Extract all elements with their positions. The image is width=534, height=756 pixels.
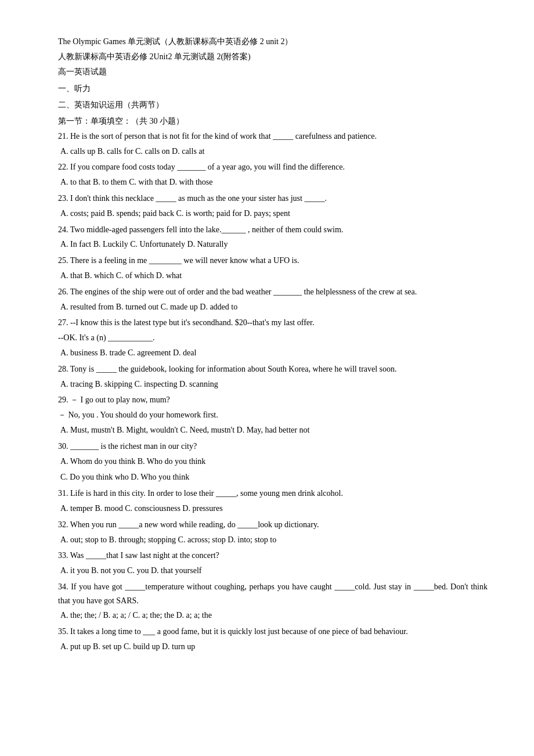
options-25: A. that B. which C. of which D. what <box>58 269 488 283</box>
options-24: A. In fact B. Luckily C. Unfortunately D… <box>58 237 488 251</box>
options-29: A. Must, mustn't B. Might, wouldn't C. N… <box>58 423 488 437</box>
options-28: A. tracing B. skipping C. inspecting D. … <box>58 377 488 391</box>
title-section: The Olympic Games 单元测试（人教新课标高中英语必修 2 uni… <box>58 35 488 78</box>
question-text-29: 29. － I go out to play now, mum? <box>58 393 488 407</box>
question-text-25: 25. There is a feeling in me ________ we… <box>58 254 488 268</box>
options-30-line1: C. Do you think who D. Who you think <box>58 470 488 484</box>
options-27: A. business B. trade C. agreement D. dea… <box>58 346 488 360</box>
title-line-1: The Olympic Games 单元测试（人教新课标高中英语必修 2 uni… <box>58 35 488 49</box>
options-26: A. resulted from B. turned out C. made u… <box>58 300 488 314</box>
question-33: 33. Was _____that I saw last night at th… <box>58 549 488 578</box>
question-22: 22. If you compare food costs today ____… <box>58 160 488 189</box>
question-32: 32. When you run _____a new word while r… <box>58 518 488 547</box>
question-text-29-line1: － No, you . You should do your homework … <box>58 408 488 422</box>
section-knowledge: 二、英语知识运用（共两节） <box>58 98 488 112</box>
options-21: A. calls up B. calls for C. calls on D. … <box>58 145 488 159</box>
question-21: 21. He is the sort of person that is not… <box>58 129 488 159</box>
question-23: 23. I don't think this necklace _____ as… <box>58 192 488 221</box>
questions-container: 21. He is the sort of person that is not… <box>58 129 488 654</box>
section-single-choice: 第一节：单项填空：（共 30 小题） <box>58 114 488 128</box>
question-27: 27. --I know this is the latest type but… <box>58 316 488 359</box>
question-25: 25. There is a feeling in me ________ we… <box>58 254 488 283</box>
options-32: A. out; stop to B. through; stopping C. … <box>58 533 488 547</box>
question-35: 35. It takes a long time to ___ a good f… <box>58 625 488 654</box>
options-23: A. costs; paid B. spends; paid back C. i… <box>58 207 488 221</box>
question-31: 31. Life is hard in this city. In order … <box>58 487 488 516</box>
question-34: 34. If you have got _____temperature wit… <box>58 580 488 622</box>
question-text-22: 22. If you compare food costs today ____… <box>58 160 488 174</box>
question-30: 30. _______ is the richest man in our ci… <box>58 440 488 484</box>
question-text-21: 21. He is the sort of person that is not… <box>58 129 488 143</box>
question-26: 26. The engines of the ship were out of … <box>58 285 488 314</box>
question-29: 29. － I go out to play now, mum?－ No, yo… <box>58 393 488 437</box>
question-24: 24. Two middle-aged passengers fell into… <box>58 223 488 252</box>
question-text-26: 26. The engines of the ship were out of … <box>58 285 488 299</box>
options-30-line0: A. Whom do you think B. Who do you think <box>58 455 488 469</box>
title-line-2: 人教新课标高中英语必修 2Unit2 单元测试题 2(附答案) <box>58 50 488 64</box>
options-22: A. to that B. to them C. with that D. wi… <box>58 175 488 189</box>
question-text-34: 34. If you have got _____temperature wit… <box>58 580 488 608</box>
question-text-27: 27. --I know this is the latest type but… <box>58 316 488 330</box>
question-text-23: 23. I don't think this necklace _____ as… <box>58 192 488 206</box>
question-28: 28. Tony is _____ the guidebook, looking… <box>58 362 488 391</box>
question-text-24: 24. Two middle-aged passengers fell into… <box>58 223 488 237</box>
question-text-33: 33. Was _____that I saw last night at th… <box>58 549 488 563</box>
options-33: A. it you B. not you C. you D. that your… <box>58 564 488 578</box>
question-text-30: 30. _______ is the richest man in our ci… <box>58 440 488 453</box>
options-34: A. the; the; / B. a; a; / C. a; the; the… <box>58 609 488 622</box>
question-text-31: 31. Life is hard in this city. In order … <box>58 487 488 501</box>
question-text-32: 32. When you run _____a new word while r… <box>58 518 488 532</box>
options-35: A. put up B. set up C. build up D. turn … <box>58 640 488 654</box>
title-line-3: 高一英语试题 <box>58 65 488 79</box>
section-listening: 一、听力 <box>58 82 488 96</box>
question-text-27-line1: --OK. It's a (n) ___________. <box>58 331 488 345</box>
question-text-28: 28. Tony is _____ the guidebook, looking… <box>58 362 488 376</box>
question-text-35: 35. It takes a long time to ___ a good f… <box>58 625 488 639</box>
options-31: A. temper B. mood C. consciousness D. pr… <box>58 502 488 516</box>
